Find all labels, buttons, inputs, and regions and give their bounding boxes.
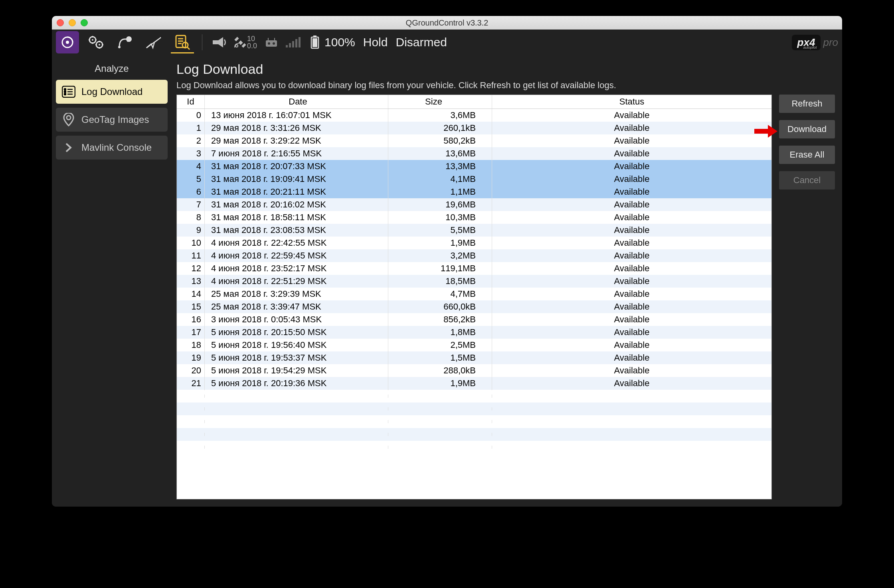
cell-status: Available <box>492 236 771 250</box>
megaphone-icon[interactable] <box>210 31 228 53</box>
sidebar-item-mavlink-console[interactable]: Mavlink Console <box>56 136 168 160</box>
table-row[interactable]: 229 мая 2018 г. 3:29:22 MSK580,2kBAvaila… <box>177 134 771 147</box>
sidebar-item-label: Mavlink Console <box>81 142 152 153</box>
table-row[interactable]: 431 мая 2018 г. 20:07:33 MSK13,3MBAvaila… <box>177 160 771 173</box>
cell-id: 5 <box>177 172 205 186</box>
table-row[interactable]: 134 июня 2018 г. 22:51:29 MSK18,5MBAvail… <box>177 275 771 288</box>
cell-date: 5 июня 2018 г. 20:15:50 MSK <box>205 326 388 339</box>
cell-size: 13,3MB <box>388 160 492 173</box>
table-row[interactable]: 195 июня 2018 г. 19:53:37 MSK1,5MBAvaila… <box>177 351 771 364</box>
svg-rect-28 <box>266 40 277 47</box>
cell-date: 5 июня 2018 г. 19:56:40 MSK <box>205 338 388 352</box>
table-row-empty <box>177 428 771 441</box>
cell-id: 15 <box>177 300 205 314</box>
cell-size: 1,1MB <box>388 185 492 199</box>
table-row[interactable]: 931 мая 2018 г. 23:08:53 MSK5,5MBAvailab… <box>177 224 771 237</box>
waypoint-icon[interactable]: B <box>113 31 136 53</box>
svg-line-23 <box>187 47 190 49</box>
table-row-empty <box>177 403 771 415</box>
cell-size: 580,2kB <box>388 134 492 148</box>
column-header-date[interactable]: Date <box>205 95 388 109</box>
cell-date: 13 июня 2018 г. 16:07:01 MSK <box>205 109 388 122</box>
column-header-size[interactable]: Size <box>388 95 492 109</box>
sidebar: Analyze Log Download GeoTag Images Mavli… <box>52 55 172 507</box>
cell-size: 3,2MB <box>388 249 492 262</box>
battery-percent: 100% <box>324 36 355 49</box>
table-row[interactable]: 013 июня 2018 г. 16:07:01 MSK3,6MBAvaila… <box>177 109 771 122</box>
cell-status: Available <box>492 287 771 301</box>
settings-icon[interactable] <box>85 31 108 53</box>
table-row[interactable]: 731 мая 2018 г. 20:16:02 MSK19,6MBAvaila… <box>177 198 771 211</box>
sidebar-title: Analyze <box>56 58 168 80</box>
cell-date: 31 мая 2018 г. 23:08:53 MSK <box>205 223 388 237</box>
table-row[interactable]: 1525 мая 2018 г. 3:39:47 MSK660,0kBAvail… <box>177 300 771 313</box>
log-table: Id Date Size Status 013 июня 2018 г. 16:… <box>176 95 772 499</box>
cell-id: 16 <box>177 313 205 326</box>
analyze-icon[interactable] <box>171 31 194 53</box>
cell-status: Available <box>492 326 771 339</box>
table-row[interactable]: 129 мая 2018 г. 3:31:26 MSK260,1kBAvaila… <box>177 122 771 134</box>
cell-status: Available <box>492 338 771 352</box>
cell-size: 4,1MB <box>388 172 492 186</box>
gps-hdop: 0.0 <box>247 42 257 49</box>
refresh-button[interactable]: Refresh <box>779 95 835 113</box>
cancel-button[interactable]: Cancel <box>779 171 835 189</box>
cell-size: 19,6MB <box>388 198 492 211</box>
table-row[interactable]: 185 июня 2018 г. 19:56:40 MSK2,5MBAvaila… <box>177 339 771 351</box>
gps-satellites: 10 <box>247 35 257 42</box>
cell-size: 3,6MB <box>388 109 492 122</box>
plane-icon[interactable] <box>142 31 165 53</box>
table-row[interactable]: 175 июня 2018 г. 20:15:50 MSK1,8MBAvaila… <box>177 326 771 339</box>
cell-size: 1,5MB <box>388 351 492 365</box>
table-row[interactable]: 531 мая 2018 г. 19:09:41 MSK4,1MBAvailab… <box>177 173 771 185</box>
table-row[interactable]: 831 мая 2018 г. 18:58:11 MSK10,3MBAvaila… <box>177 211 771 224</box>
cell-date: 31 мая 2018 г. 19:09:41 MSK <box>205 172 388 186</box>
signal-bars-icon <box>286 37 301 47</box>
table-row-empty <box>177 390 771 403</box>
cell-id: 11 <box>177 249 205 262</box>
cell-date: 29 мая 2018 г. 3:31:26 MSK <box>205 121 388 135</box>
svg-point-37 <box>64 89 66 90</box>
table-row[interactable]: 37 июня 2018 г. 2:16:55 MSK13,6MBAvailab… <box>177 147 771 160</box>
toolbar-right: px4 autopilot pro <box>792 35 838 50</box>
cell-status: Available <box>492 172 771 186</box>
cell-status: Available <box>492 211 771 224</box>
cell-status: Available <box>492 351 771 365</box>
cell-id: 10 <box>177 236 205 250</box>
cell-size: 1,9MB <box>388 377 492 390</box>
download-button[interactable]: Download <box>779 120 835 138</box>
main: Log Download Log Download allows you to … <box>172 55 842 507</box>
page-title: Log Download <box>176 61 835 77</box>
erase-all-button[interactable]: Erase All <box>779 146 835 164</box>
table-row[interactable]: 124 июня 2018 г. 23:52:17 MSK119,1MBAvai… <box>177 262 771 275</box>
cell-status: Available <box>492 147 771 160</box>
table-row[interactable]: 104 июня 2018 г. 22:42:55 MSK1,9MBAvaila… <box>177 237 771 249</box>
table-row[interactable]: 205 июня 2018 г. 19:54:29 MSK288,0kBAvai… <box>177 364 771 377</box>
table-row[interactable]: 163 июня 2018 г. 0:05:43 MSK856,2kBAvail… <box>177 313 771 326</box>
table-row[interactable]: 114 июня 2018 г. 22:59:45 MSK3,2MBAvaila… <box>177 249 771 262</box>
cell-id: 19 <box>177 351 205 365</box>
cell-date: 5 июня 2018 г. 20:19:36 MSK <box>205 377 388 390</box>
cell-id: 8 <box>177 211 205 224</box>
svg-rect-34 <box>313 36 316 37</box>
sidebar-item-log-download[interactable]: Log Download <box>56 80 168 104</box>
cell-id: 20 <box>177 364 205 377</box>
svg-rect-25 <box>234 37 239 41</box>
app-icon[interactable] <box>56 31 79 53</box>
cell-id: 4 <box>177 160 205 173</box>
table-row-empty <box>177 415 771 428</box>
cell-id: 13 <box>177 274 205 288</box>
column-header-status[interactable]: Status <box>492 95 771 109</box>
table-row[interactable]: 215 июня 2018 г. 20:19:36 MSK1,9MBAvaila… <box>177 377 771 390</box>
toolbar: B 10 0.0 100% Hold Disarmed <box>52 30 842 55</box>
actions-panel: Refresh Download Erase All Cancel <box>779 95 835 499</box>
sidebar-item-geotag-images[interactable]: GeoTag Images <box>56 108 168 132</box>
cell-status: Available <box>492 109 771 122</box>
column-header-id[interactable]: Id <box>177 95 205 109</box>
cell-id: 7 <box>177 198 205 211</box>
app-window: QGroundControl v3.3.2 B 10 0.0 <box>52 16 842 507</box>
table-row[interactable]: 631 мая 2018 г. 20:21:11 MSK1,1MBAvailab… <box>177 185 771 198</box>
cell-date: 25 мая 2018 г. 3:39:47 MSK <box>205 300 388 314</box>
table-row[interactable]: 1425 мая 2018 г. 3:29:39 MSK4,7MBAvailab… <box>177 288 771 300</box>
satellite-icon <box>233 36 247 49</box>
